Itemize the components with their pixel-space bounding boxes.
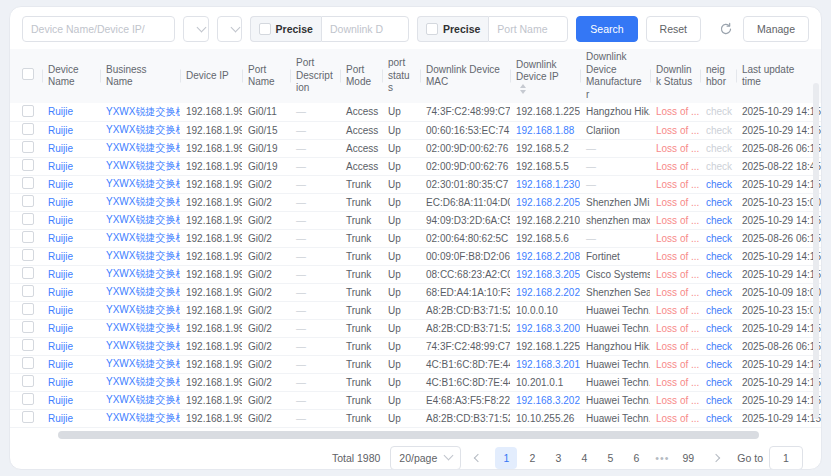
cell-device[interactable]: Ruijie (42, 211, 100, 229)
cell-dlip[interactable]: 192.168.3.200 (510, 319, 580, 337)
cell-business[interactable]: YXWX锐捷交换机RG-S57 (100, 283, 180, 301)
cell-neighbor[interactable]: check (700, 193, 736, 211)
cell-dlip[interactable]: 192.168.3.202 (510, 391, 580, 409)
page-6[interactable]: 6 (625, 447, 647, 469)
search-button[interactable]: Search (576, 16, 637, 42)
cell-device[interactable]: Ruijie (42, 193, 100, 211)
vertical-scrollbar[interactable] (813, 83, 819, 419)
prev-page-button[interactable] (467, 446, 489, 470)
cell-business[interactable]: YXWX锐捷交换机RG-S57 (100, 139, 180, 157)
cell-business[interactable]: YXWX锐捷交换机RG-S57 (100, 211, 180, 229)
cell-device[interactable]: Ruijie (42, 319, 100, 337)
cell-neighbor[interactable]: check (700, 391, 736, 409)
row-checkbox[interactable] (22, 285, 34, 297)
page-size-select[interactable]: 20/page (390, 446, 461, 470)
downlink-device-input[interactable] (321, 16, 409, 42)
cell-business[interactable]: YXWX锐捷交换机RG-S57 (100, 157, 180, 175)
cell-device[interactable]: Ruijie (42, 157, 100, 175)
row-checkbox[interactable] (22, 267, 34, 279)
cell-neighbor[interactable]: check (700, 211, 736, 229)
precise-portname-toggle[interactable]: Precise (417, 16, 488, 42)
cell-device[interactable]: Ruijie (42, 265, 100, 283)
row-checkbox[interactable] (22, 123, 34, 135)
cell-business[interactable]: YXWX锐捷交换机RG-S57 (100, 175, 180, 193)
precise-downlink-checkbox[interactable] (259, 23, 271, 35)
cell-neighbor[interactable]: check (700, 337, 736, 355)
row-checkbox[interactable] (22, 411, 34, 423)
cell-dlip[interactable]: 192.168.2.205 (510, 193, 580, 211)
cell-device[interactable]: Ruijie (42, 391, 100, 409)
cell-neighbor[interactable]: check (700, 409, 736, 427)
row-checkbox[interactable] (22, 249, 34, 261)
next-page-button[interactable] (705, 446, 727, 470)
precise-downlink-toggle[interactable]: Precise (250, 16, 321, 42)
cell-business[interactable]: YXWX锐捷交换机RG-S57 (100, 391, 180, 409)
cell-dlip[interactable]: 192.168.2.202 (510, 283, 580, 301)
cell-business[interactable]: YXWX锐捷交换机RG-S57 (100, 301, 180, 319)
refresh-icon[interactable] (717, 20, 735, 38)
cell-neighbor[interactable]: check (700, 265, 736, 283)
cell-neighbor[interactable]: check (700, 229, 736, 247)
page-3[interactable]: 3 (547, 447, 569, 469)
reset-button[interactable]: Reset (646, 16, 701, 42)
row-checkbox[interactable] (22, 105, 34, 117)
row-checkbox[interactable] (22, 357, 34, 369)
page-4[interactable]: 4 (573, 447, 595, 469)
row-checkbox[interactable] (22, 141, 34, 153)
cell-device[interactable]: Ruijie (42, 283, 100, 301)
row-checkbox[interactable] (22, 393, 34, 405)
cell-business[interactable]: YXWX锐捷交换机RG-S57 (100, 409, 180, 427)
downlink-select[interactable]: Downlink (183, 16, 209, 42)
page-99[interactable]: 99 (677, 447, 699, 469)
cell-dlip[interactable]: 192.168.3.201 (510, 355, 580, 373)
cell-business[interactable]: YXWX锐捷交换机RG-S57 (100, 355, 180, 373)
cell-device[interactable]: Ruijie (42, 103, 100, 121)
page-2[interactable]: 2 (521, 447, 543, 469)
row-checkbox[interactable] (22, 177, 34, 189)
cell-device[interactable]: Ruijie (42, 301, 100, 319)
cell-neighbor[interactable]: check (700, 301, 736, 319)
cell-neighbor[interactable]: check (700, 175, 736, 193)
cell-neighbor[interactable]: check (700, 157, 736, 175)
manage-button[interactable]: Manage (743, 16, 809, 42)
cell-neighbor[interactable]: check (700, 283, 736, 301)
sort-icon[interactable] (520, 84, 526, 94)
row-checkbox[interactable] (22, 213, 34, 225)
select-all-checkbox[interactable] (22, 68, 34, 80)
row-checkbox[interactable] (22, 339, 34, 351)
cell-business[interactable]: YXWX锐捷交换机RG-S57 (100, 193, 180, 211)
cell-neighbor[interactable]: check (700, 373, 736, 391)
cell-dlip[interactable]: 192.168.3.205 (510, 265, 580, 283)
cell-device[interactable]: Ruijie (42, 121, 100, 139)
cell-business[interactable]: YXWX锐捷交换机RG-S57 (100, 121, 180, 139)
cell-device[interactable]: Ruijie (42, 373, 100, 391)
cell-business[interactable]: YXWX锐捷交换机RG-S57 (100, 247, 180, 265)
cell-neighbor[interactable]: check (700, 139, 736, 157)
cell-dlip[interactable]: 192.168.1.230 (510, 175, 580, 193)
cell-dlip[interactable]: 192.168.1.88 (510, 121, 580, 139)
cell-business[interactable]: YXWX锐捷交换机RG-S57 (100, 337, 180, 355)
cell-device[interactable]: Ruijie (42, 355, 100, 373)
row-checkbox[interactable] (22, 321, 34, 333)
cell-business[interactable]: YXWX锐捷交换机RG-S57 (100, 103, 180, 121)
cell-device[interactable]: Ruijie (42, 229, 100, 247)
cell-business[interactable]: YXWX锐捷交换机RG-S57 (100, 319, 180, 337)
port-mode-select[interactable]: Port Mo (217, 16, 242, 42)
cell-business[interactable]: YXWX锐捷交换机RG-S57 (100, 265, 180, 283)
cell-neighbor[interactable]: check (700, 247, 736, 265)
cell-device[interactable]: Ruijie (42, 247, 100, 265)
cell-business[interactable]: YXWX锐捷交换机RG-S57 (100, 229, 180, 247)
cell-device[interactable]: Ruijie (42, 175, 100, 193)
page-5[interactable]: 5 (599, 447, 621, 469)
cell-neighbor[interactable]: check (700, 319, 736, 337)
device-search-input[interactable] (22, 16, 175, 42)
precise-portname-checkbox[interactable] (426, 23, 438, 35)
row-checkbox[interactable] (22, 195, 34, 207)
row-checkbox[interactable] (22, 375, 34, 387)
cell-device[interactable]: Ruijie (42, 337, 100, 355)
cell-business[interactable]: YXWX锐捷交换机RG-S57 (100, 373, 180, 391)
cell-neighbor[interactable]: check (700, 103, 736, 121)
cell-neighbor[interactable]: check (700, 355, 736, 373)
horizontal-scrollbar-thumb[interactable] (58, 431, 759, 439)
page-1[interactable]: 1 (495, 447, 517, 469)
